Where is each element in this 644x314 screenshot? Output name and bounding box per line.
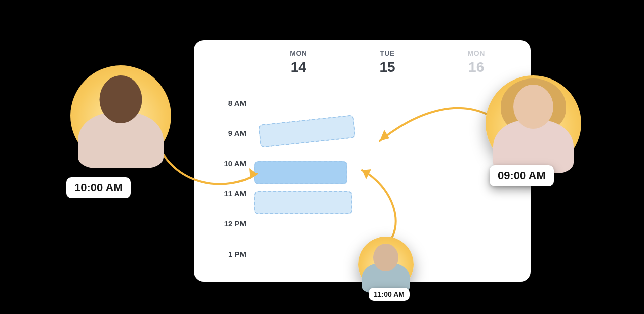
day-num: 15	[343, 59, 432, 75]
time-badge: 10:00 AM	[66, 177, 131, 198]
time-badge: 09:00 AM	[490, 165, 554, 186]
avatar-head	[100, 75, 142, 123]
day-dow: TUE	[343, 49, 432, 57]
time-badge: 11:00 AM	[369, 288, 410, 301]
time-slot[interactable]	[258, 115, 356, 148]
time-badge-text: 11:00 AM	[374, 290, 405, 298]
day-dow: MON	[254, 49, 343, 57]
time-badge-text: 09:00 AM	[498, 169, 546, 182]
hour-label: 1 PM	[206, 247, 246, 277]
arrow-left	[151, 131, 272, 201]
day-headers: MON 14 TUE 15 MON 16	[254, 49, 521, 86]
avatar	[358, 237, 414, 292]
avatar-head	[513, 85, 553, 129]
day-dow: MON	[432, 49, 521, 57]
avatar	[70, 65, 171, 166]
hour-label: 12 PM	[206, 216, 246, 247]
day-col-0[interactable]: MON 14	[254, 49, 343, 86]
arrow-right	[372, 91, 503, 151]
day-num: 14	[254, 59, 343, 75]
day-num: 16	[432, 59, 521, 75]
hour-label: 8 AM	[206, 96, 246, 126]
day-col-1[interactable]: TUE 15	[343, 49, 432, 86]
stage: MON 14 TUE 15 MON 16 8 AM 9 AM 10 AM 11 …	[0, 0, 644, 314]
svg-marker-0	[249, 168, 257, 179]
avatar	[486, 75, 581, 171]
day-col-2[interactable]: MON 16	[432, 49, 521, 86]
time-badge-text: 10:00 AM	[74, 181, 123, 194]
avatar-head	[373, 244, 398, 271]
